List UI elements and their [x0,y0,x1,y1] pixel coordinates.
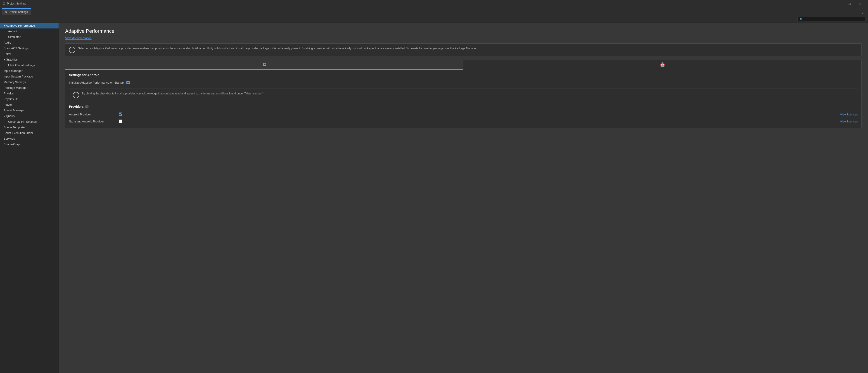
sidebar-item-label: Audio [4,41,11,44]
sidebar-item-physics[interactable]: Physics [0,91,59,96]
project-settings-tab[interactable]: ⚙ Project Settings [2,8,31,15]
settings-android-title: Settings for Android [69,73,858,77]
initialize-checkbox[interactable] [126,81,130,84]
sidebar-item-quality[interactable]: ▼Quality [0,113,59,119]
title-bar-title: Project Settings [7,2,26,5]
sidebar-item-label: Quality [6,114,15,118]
sidebar-item-label: Editor [4,52,11,56]
samsung-provider-checkbox[interactable] [119,120,122,123]
android-view-licenses-link[interactable]: View licenses [840,113,858,116]
sidebar-item-label: URP Global Settings [8,64,35,67]
gear-icon: ⚙ [5,10,7,13]
desktop-tab[interactable]: 🖥 [65,60,463,70]
sidebar-item-input-manager[interactable]: Input Manager [0,68,59,74]
sidebar-item-label: Scene Template [4,126,25,129]
sidebar-item-label: Physics 2D [4,97,18,101]
sidebar-item-label: Input Manager [4,69,23,72]
main-layout: ▼Adaptive PerformanceAndroidSimulatorAud… [0,23,868,373]
sidebar-item-label: Simulator [8,35,21,39]
info-text-1: Selecting an Adaptive Performance provid… [78,46,477,50]
provider-row-samsung: Samsung Android Provider View licenses [69,118,858,125]
arrow-icon: ▼ [4,25,6,27]
tab-label: Project Settings [9,10,28,13]
sidebar-item-editor[interactable]: Editor [0,51,59,57]
initialize-label: Initialize Adaptive Performance on Start… [69,81,124,84]
sidebar-item-label: Physics [4,92,14,95]
search-icon: 🔍 [800,18,803,21]
sidebar-item-urp-global-settings[interactable]: URP Global Settings [0,62,59,68]
sidebar-item-label: Player [4,103,12,106]
sidebar-item-preset-manager[interactable]: Preset Manager [0,107,59,113]
providers-header: Providers ? [69,105,858,108]
info-text-2: By clicking the checkbox to install a pr… [82,92,264,96]
android-tab[interactable]: 🤖 [463,60,862,70]
sidebar-item-simulator[interactable]: Simulator [0,34,59,40]
sidebar-item-input-system-package[interactable]: Input System Package [0,74,59,79]
search-input[interactable] [804,18,863,21]
title-bar: ⬡ Project Settings — □ ✕ [0,0,868,7]
provider-row-android: Android Provider View licenses [69,111,858,118]
desktop-icon: 🖥 [262,62,267,67]
android-icon: 🤖 [660,62,665,67]
sidebar-item-universal-rp-settings[interactable]: Universal RP Settings [0,119,59,125]
sidebar-item-label: Graphics [6,58,18,61]
tab-bar: ⚙ Project Settings ⋮ [0,7,868,15]
android-provider-label: Android Provider [69,113,119,116]
sidebar-item-label: Preset Manager [4,109,25,112]
sidebar-item-label: Universal RP Settings [8,120,37,123]
sidebar-item-scene-template[interactable]: Scene Template [0,125,59,130]
samsung-provider-label: Samsung Android Provider [69,120,119,123]
content-area: Adaptive Performance View documentation … [59,23,868,373]
android-provider-checkbox[interactable] [119,112,122,116]
sidebar: ▼Adaptive PerformanceAndroidSimulatorAud… [0,23,59,373]
sidebar-item-script-execution-order[interactable]: Script Execution Order [0,130,59,136]
info-icon-1: ! [69,47,75,53]
providers-help-icon[interactable]: ? [85,105,89,108]
sidebar-item-label: Package Manager [4,86,28,90]
sidebar-item-label: ShaderGraph [4,142,21,146]
sidebar-item-android[interactable]: Android [0,29,59,34]
sidebar-item-label: Burst AOT Settings [4,46,29,50]
arrow-icon: ▼ [4,115,6,117]
arrow-icon: ▼ [4,59,6,61]
title-bar-controls: — □ ✕ [834,0,865,7]
sidebar-item-graphics[interactable]: ▼Graphics [0,57,59,62]
sidebar-item-label: Memory Settings [4,80,26,84]
search-wrapper: 🔍 [798,17,865,21]
initialize-setting-row: Initialize Adaptive Performance on Start… [69,79,858,86]
sidebar-item-label: Script Execution Order [4,131,33,135]
sidebar-item-services[interactable]: Services [0,136,59,141]
sidebar-item-memory-settings[interactable]: Memory Settings [0,79,59,85]
view-documentation-link[interactable]: View documentation [65,36,92,40]
sidebar-item-label: Adaptive Performance [6,24,35,27]
title-bar-left: ⬡ Project Settings [3,2,26,5]
sidebar-item-package-manager[interactable]: Package Manager [0,85,59,91]
sidebar-item-player[interactable]: Player [0,102,59,107]
sidebar-item-adaptive-performance[interactable]: ▼Adaptive Performance [0,23,59,29]
sidebar-item-burst-aot-settings[interactable]: Burst AOT Settings [0,45,59,51]
unity-logo-icon: ⬡ [3,2,5,5]
minimize-button[interactable]: — [834,0,844,7]
maximize-button[interactable]: □ [844,0,855,7]
sidebar-item-physics-2d[interactable]: Physics 2D [0,96,59,102]
platform-tabs: 🖥 🤖 [65,60,862,70]
info-box-2: ! By clicking the checkbox to install a … [69,89,858,101]
page-title: Adaptive Performance [65,28,862,34]
more-options-icon[interactable]: ⋮ [859,9,866,15]
providers-title: Providers [69,105,84,108]
sidebar-item-label: Input System Package [4,75,33,78]
sidebar-item-shadergraph[interactable]: ShaderGraph [0,141,59,147]
samsung-view-licenses-link[interactable]: View licenses [840,120,858,123]
info-icon-2: ! [73,92,79,98]
search-bar: 🔍 [0,15,868,23]
settings-panel: Settings for Android Initialize Adaptive… [65,70,862,128]
sidebar-item-label: Services [4,137,15,140]
sidebar-item-label: Android [8,30,18,33]
close-button[interactable]: ✕ [855,0,865,7]
sidebar-item-audio[interactable]: Audio [0,40,59,45]
info-box-1: ! Selecting an Adaptive Performance prov… [65,43,862,56]
